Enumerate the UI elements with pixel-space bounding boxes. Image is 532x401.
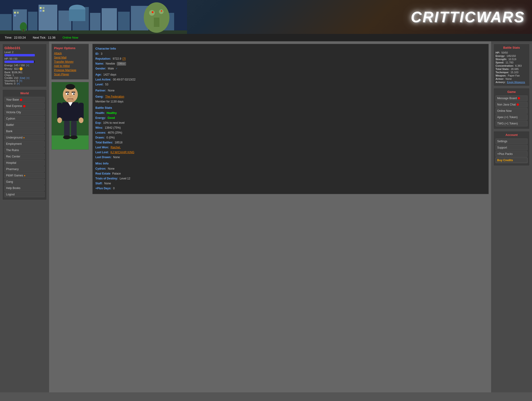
sidebar-item-pw-games[interactable]: P&W! Games★ [4,173,45,178]
bs-total-stats-row: Total Stats: 28.685 [495,68,528,71]
account-link-settings[interactable]: Settings [495,138,528,144]
svg-point-41 [66,99,75,103]
svg-rect-38 [71,92,75,93]
svg-rect-17 [43,7,44,9]
player-option-propose-marriage[interactable]: Propose Marriage [54,69,86,72]
star-icon: ★ [23,136,25,139]
char-offline-badge: Offline [117,62,126,65]
bs-strength-row: Strength: 10.519 [495,58,528,61]
char-last-lost-row: Last Lost: KJ W/CHAIR KING [95,150,486,155]
char-trials-value: Level 12 [120,177,130,180]
char-id-label: ID: [95,52,99,55]
online-now-ticker: Online Now [63,36,78,39]
header-banner: CRITTICWARS [0,0,532,34]
char-member-value: Member for 1130 days [95,100,123,103]
energy-display: 145 / 150 [14,64,25,67]
equip-weapons-link[interactable]: Equip Weapons [507,81,525,84]
char-id-value: 3 [101,52,102,55]
sidebar-item-hospital[interactable]: Hospital [4,160,45,166]
coin-icon [19,67,23,71]
char-last-drawn-row: Last Drawn: None [95,155,486,159]
sidebar-item-employment[interactable]: Employment [4,141,45,147]
energy-bar-outer [4,61,35,63]
sidebar-item-victoria-city[interactable]: Victoria City [4,110,45,115]
sidebar-item-underground[interactable]: Underground★ [4,135,45,140]
bs-armor-row: Armor: None [495,78,528,80]
char-reputation-query[interactable]: [?] [122,57,126,60]
energy-row: Energy: 145 / 150 [+] [4,64,45,67]
chips-row: Chips: 1 [4,74,45,77]
char-staff-label: Staff: [95,182,103,185]
player-name: Gibbo101 [4,46,45,50]
game-links: Message BoardNon Java ChatOnline NowApex… [495,96,528,126]
game-link-apex[interactable]: Apex (+1 Token) [495,114,528,120]
player-option-scan-player[interactable]: Scan Player [54,73,86,76]
sidebar-item-rec-center[interactable]: Rec Center [4,154,45,159]
hp-bar-outer [4,54,35,56]
char-staff-row: Staff: None [95,181,486,186]
char-plus-days-value: 0 [113,187,115,190]
hp-display: 50 / 50 [9,57,17,60]
char-gender-value: Male [108,67,114,70]
svg-rect-8 [102,8,117,34]
player-option-attack[interactable]: Attack [54,52,86,55]
vouchers-value: 0 [17,79,18,82]
char-wins-row: Wins: 13842 (75%) [95,126,486,130]
char-partner-value: None [108,89,114,92]
sidebar-item-mail-express[interactable]: Mail Express [4,103,45,109]
player-options-links: AttackSend MailTransfer MoneyAdd to Hitl… [54,52,86,76]
svg-point-35 [67,93,69,95]
char-last-active-row: Last Active: 00:49:07 02/13/22 [95,78,486,82]
tokens-plus-btn[interactable]: [+] [17,82,19,85]
char-plus-days-row: +Plus Days: 0 [95,186,486,190]
char-last-lost-label: Last Lost: [95,151,109,154]
player-option-send-mail[interactable]: Send Mail [54,56,86,59]
bs-armory-row: Armory: Equip Weapons [495,81,528,84]
credits-use-btn[interactable]: [Use] [20,77,25,79]
game-link-online-now[interactable]: Online Now [495,108,528,114]
char-losses-value: 4676 (25%) [108,131,122,134]
game-link-twg[interactable]: TWG (+1 Token) [495,121,528,126]
sidebar-item-your-base[interactable]: Your Base [4,97,45,103]
player-options-title: Player Options [54,46,86,50]
player-option-add-hitlist[interactable]: Add to Hitlist [54,64,86,68]
sidebar-item-cydron[interactable]: Cydron [4,116,45,121]
char-last-lost-value[interactable]: KJ W/CHAIR KING [111,151,134,154]
svg-point-32 [66,84,75,90]
vouchers-plus-btn[interactable]: [+] [19,79,22,82]
account-link-plus-packs[interactable]: +Plus Packs [495,151,528,157]
sidebar-item-the-ruins[interactable]: The Ruins [4,147,45,153]
game-section-title: Game [495,90,528,94]
account-link-support[interactable]: Support [495,145,528,150]
credits-plus-btn[interactable]: [+] [27,77,29,79]
sidebar-item-logout[interactable]: Logout [4,192,45,197]
svg-point-29 [152,11,154,13]
avatar-figure [55,82,86,140]
battle-stats-sub-title: Battle Stats [95,106,486,110]
bank-row: Bank: $106,961 [4,71,45,74]
sidebar-item-gang[interactable]: Gang [4,179,45,185]
svg-rect-18 [40,10,42,12]
sidebar-item-help-books[interactable]: Help Books [4,185,45,191]
sidebar-item-battle[interactable]: Battle! [4,122,45,128]
char-exp-row: Exp: 10% to next level [95,121,486,125]
player-options-panel: Player Options AttackSend MailTransfer M… [51,44,89,79]
svg-rect-14 [17,12,19,13]
account-link-buy-credits[interactable]: Buy Credits [495,157,528,163]
char-gang-value[interactable]: The Federation [105,95,124,98]
credits-value: 210 [14,77,18,79]
game-link-non-java-chat[interactable]: Non Java Chat [495,102,528,107]
player-option-transfer-money[interactable]: Transfer Money [54,60,86,63]
svg-point-30 [161,10,162,12]
sidebar-item-bank[interactable]: Bank [4,129,45,134]
char-last-won-value[interactable]: Raichel. [111,146,120,149]
time-label: Time: 22:03:24 [5,36,26,39]
char-level-label: Level: [95,83,104,86]
game-link-message-board[interactable]: Message Board [495,96,528,101]
sidebar-item-pharmacy[interactable]: Pharmacy [4,166,45,172]
char-real-estate-label: Real Estate [95,172,111,175]
char-level-row: Level: 53 [95,82,486,87]
red-dot-icon [517,103,519,106]
energy-plus-btn[interactable]: [+] [26,64,29,67]
game-section: Game Message BoardNon Java ChatOnline No… [494,88,530,129]
